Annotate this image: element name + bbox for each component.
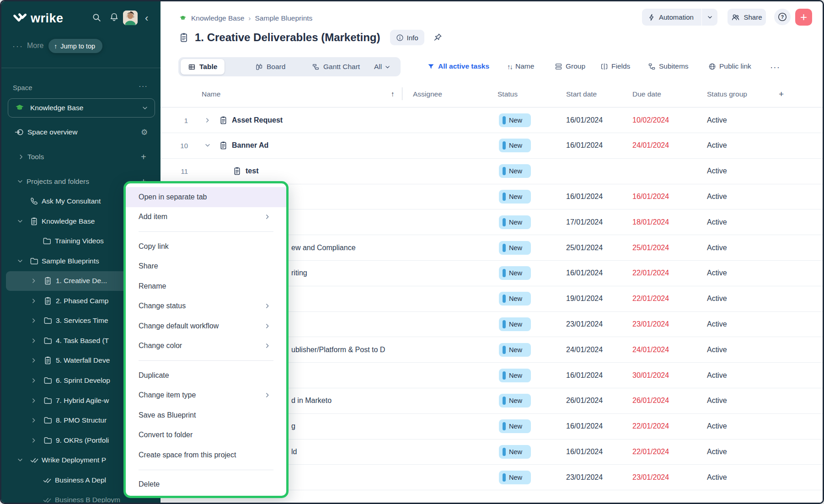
due-date[interactable]: 22/01/2024 — [632, 269, 669, 277]
due-date[interactable]: 23/01/2024 — [632, 320, 669, 328]
due-date[interactable]: 18/01/2024 — [632, 218, 669, 226]
notifications-bell-icon[interactable] — [109, 12, 119, 22]
status-group[interactable]: Active — [707, 473, 727, 482]
start-date[interactable]: 16/01/2024 — [566, 422, 603, 430]
expand-row-icon[interactable] — [204, 117, 211, 123]
menu-item-add-item[interactable]: Add item — [126, 207, 286, 227]
start-date[interactable]: 16/01/2024 — [566, 448, 603, 456]
task-name-fragment[interactable]: d in Marketo — [291, 397, 332, 405]
user-avatar[interactable] — [123, 11, 138, 25]
tab-board[interactable]: Board — [255, 63, 285, 71]
chevron-right-icon[interactable] — [31, 417, 37, 424]
column-header-assignee[interactable]: Assignee — [413, 89, 442, 99]
filter-active-tasks[interactable]: All active tasks — [427, 62, 489, 70]
menu-item-share[interactable]: Share — [126, 257, 286, 277]
status-badge[interactable]: New — [499, 139, 531, 152]
automation-button[interactable]: Automation — [642, 9, 717, 26]
status-group[interactable]: Active — [707, 269, 727, 277]
column-separator[interactable] — [402, 87, 402, 100]
task-name-fragment[interactable]: ublisher/Platform & Post to D — [291, 346, 385, 354]
more-ellipsis-icon[interactable]: ··· — [12, 42, 23, 51]
menu-item-copy-link[interactable]: Copy link — [126, 236, 286, 257]
status-group[interactable]: Active — [707, 320, 727, 328]
add-tool-icon[interactable]: + — [141, 152, 146, 162]
space-selector[interactable]: Knowledge Base — [8, 98, 155, 118]
status-group[interactable]: Active — [707, 116, 727, 124]
status-badge[interactable]: New — [499, 369, 531, 382]
start-date[interactable]: 23/01/2024 — [566, 473, 603, 482]
sidebar-item-space-overview[interactable]: Space overview ⚙ — [1, 123, 161, 141]
task-name-fragment[interactable]: ld — [291, 448, 297, 456]
column-header-start-date[interactable]: Start date — [566, 89, 597, 99]
status-badge[interactable]: New — [499, 215, 531, 229]
due-date[interactable]: 22/01/2024 — [632, 448, 669, 456]
status-badge[interactable]: New — [499, 445, 531, 459]
breadcrumb-folder[interactable]: Sample Blueprints — [255, 14, 313, 22]
status-group[interactable]: Active — [707, 218, 727, 226]
add-new-button[interactable]: + — [795, 9, 812, 26]
start-date[interactable]: 26/01/2024 — [566, 397, 603, 405]
status-badge[interactable]: New — [499, 266, 531, 280]
due-date[interactable]: 24/01/2024 — [632, 141, 669, 150]
sidebar-item-tools[interactable]: Tools + — [1, 148, 161, 166]
chevron-down-icon[interactable] — [17, 258, 23, 264]
start-date[interactable]: 24/01/2024 — [566, 346, 603, 354]
due-date[interactable]: 22/01/2024 — [632, 422, 669, 430]
status-badge[interactable]: New — [499, 241, 531, 255]
chevron-right-icon[interactable] — [31, 298, 37, 304]
menu-item-create-space-from-this-project[interactable]: Create space from this project — [126, 445, 286, 465]
jump-to-top-button[interactable]: ↑ Jump to top — [48, 39, 102, 53]
status-group[interactable]: Active — [707, 422, 727, 430]
share-button[interactable]: Share — [728, 9, 766, 26]
add-column-icon[interactable]: + — [779, 89, 784, 99]
status-badge[interactable]: New — [499, 394, 531, 407]
menu-item-convert-to-folder[interactable]: Convert to folder — [126, 425, 286, 445]
menu-item-change-default-workflow[interactable]: Change default workflow — [126, 316, 286, 336]
tab-gantt-chart[interactable]: Gantt Chart — [312, 63, 360, 71]
table-row[interactable]: 11testNewActive — [161, 159, 824, 184]
status-group[interactable]: Active — [707, 295, 727, 303]
status-group[interactable]: Active — [707, 244, 727, 252]
task-name[interactable]: Banner Ad — [232, 141, 268, 150]
start-date[interactable]: 16/01/2024 — [566, 269, 603, 277]
breadcrumb-space[interactable]: Knowledge Base — [191, 14, 244, 22]
menu-item-change-status[interactable]: Change status — [126, 296, 286, 316]
view-scope-dropdown[interactable]: All — [374, 63, 391, 71]
status-badge[interactable]: New — [499, 164, 531, 178]
chevron-down-icon[interactable] — [17, 457, 23, 463]
start-date[interactable]: 16/01/2024 — [566, 141, 603, 150]
sort-ascending-icon[interactable]: ↑ — [391, 89, 395, 99]
subitems-button[interactable]: Subitems — [648, 62, 689, 70]
status-group[interactable]: Active — [707, 167, 727, 175]
column-header-name[interactable]: Name — [202, 89, 220, 99]
due-date[interactable]: 24/01/2024 — [632, 346, 669, 354]
column-header-status[interactable]: Status — [498, 89, 518, 99]
due-date[interactable]: 30/01/2024 — [632, 371, 669, 380]
chevron-right-icon[interactable] — [31, 338, 37, 344]
info-button[interactable]: Info — [390, 30, 424, 45]
group-button[interactable]: Group — [555, 62, 585, 70]
status-group[interactable]: Active — [707, 397, 727, 405]
collapse-row-icon[interactable] — [204, 142, 211, 149]
table-row[interactable]: 10Banner AdNew16/01/202424/01/2024Active — [161, 133, 824, 159]
automation-dropdown-chevron-icon[interactable] — [702, 14, 717, 20]
due-date[interactable]: 23/01/2024 — [632, 473, 669, 482]
status-badge[interactable]: New — [499, 419, 531, 433]
status-badge[interactable]: New — [499, 292, 531, 306]
start-date[interactable]: 25/01/2024 — [566, 244, 603, 252]
status-group[interactable]: Active — [707, 371, 727, 380]
status-group[interactable]: Active — [707, 193, 727, 201]
chevron-down-icon[interactable] — [17, 178, 23, 185]
task-name-fragment[interactable]: riting — [291, 269, 307, 277]
collapse-sidebar-icon[interactable]: ‹ — [145, 12, 148, 24]
menu-item-delete[interactable]: Delete — [126, 475, 286, 495]
due-date[interactable]: 22/01/2024 — [632, 295, 669, 303]
menu-item-open-in-separate-tab[interactable]: Open in separate tab — [126, 187, 286, 207]
chevron-down-icon[interactable] — [17, 218, 23, 225]
status-badge[interactable]: New — [499, 190, 531, 204]
status-badge[interactable]: New — [499, 471, 531, 484]
space-settings-gear-icon[interactable]: ⚙ — [141, 128, 148, 137]
toolbar-more-icon[interactable]: ··· — [770, 62, 780, 72]
start-date[interactable]: 19/01/2024 — [566, 295, 603, 303]
more-label[interactable]: More — [27, 42, 43, 50]
